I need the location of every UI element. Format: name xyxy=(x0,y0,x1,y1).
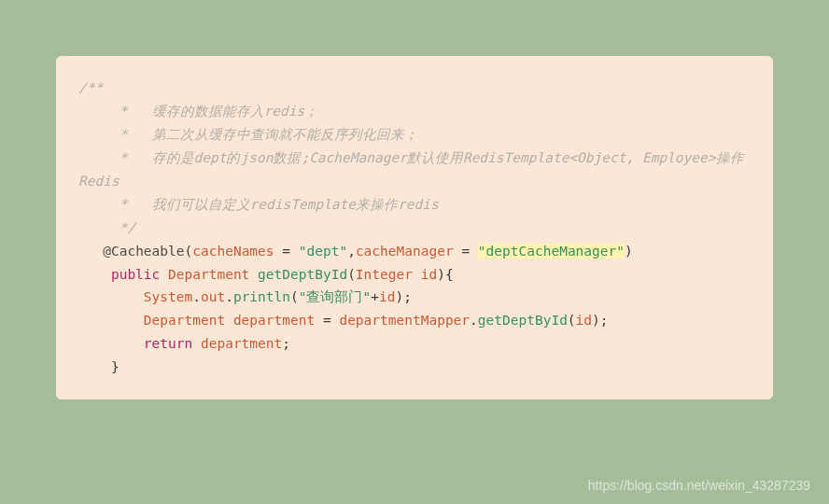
getdeptbyid-call: getDeptById xyxy=(478,313,568,328)
brace-open: { xyxy=(445,267,454,282)
mapper: departmentMapper xyxy=(339,313,470,328)
brace-close: } xyxy=(111,359,119,374)
method-indent xyxy=(78,267,111,282)
comment-line-3: * 存的是dept的json数据;CacheManager默认使用RedisTe… xyxy=(78,150,744,189)
comment-open: /** xyxy=(78,80,103,95)
comma: , xyxy=(347,244,356,259)
semi-1: ; xyxy=(403,289,412,304)
brace-close-indent xyxy=(78,359,111,374)
cachenames-attr: cacheNames xyxy=(192,244,274,259)
keyword-return: return xyxy=(144,336,192,351)
body-indent-1 xyxy=(78,289,144,304)
println-paren-close: ) xyxy=(395,289,403,304)
annotation-at: @ xyxy=(78,244,111,259)
method-name: getDeptById xyxy=(258,267,347,282)
var-name: department xyxy=(233,313,315,328)
comment-close: */ xyxy=(78,220,135,235)
cachenames-value: "dept" xyxy=(299,244,347,259)
keyword-public: public xyxy=(111,267,160,282)
method-paren-close: ) xyxy=(437,267,445,282)
paren-open: ( xyxy=(185,244,193,259)
dot-2: . xyxy=(225,289,233,304)
dot-1: . xyxy=(192,289,201,304)
print-string: "查询部门" xyxy=(299,289,371,304)
semi-3: ; xyxy=(282,336,290,351)
comment-line-4: * 我们可以自定义redisTemplate来操作redis xyxy=(78,197,439,212)
comment-line-1: * 缓存的数据能存入redis； xyxy=(78,104,318,119)
cachemanager-value: "deptCacheManager" xyxy=(478,244,625,259)
var-type: Department xyxy=(144,313,225,328)
param-name: id xyxy=(421,267,437,282)
method-paren-open: ( xyxy=(347,267,356,282)
equals-1: = xyxy=(274,244,299,259)
semi-2: ; xyxy=(600,313,609,328)
dot-3: . xyxy=(470,313,478,328)
println: println xyxy=(233,289,290,304)
comment-line-2: * 第二次从缓存中查询就不能反序列化回来； xyxy=(78,127,418,142)
body-indent-3 xyxy=(78,336,144,351)
watermark: https://blog.csdn.net/weixin_43287239 xyxy=(588,478,810,493)
assign: = xyxy=(315,313,339,328)
print-var: id xyxy=(379,289,395,304)
return-type: Department xyxy=(168,267,249,282)
out: out xyxy=(201,289,225,304)
println-paren-open: ( xyxy=(290,289,299,304)
plus: + xyxy=(371,289,379,304)
param-type: Integer xyxy=(356,267,413,282)
system: System xyxy=(144,289,192,304)
call-paren-close: ) xyxy=(592,313,600,328)
code-block: /** * 缓存的数据能存入redis； * 第二次从缓存中查询就不能反序列化回… xyxy=(56,56,773,399)
code-content: /** * 缓存的数据能存入redis； * 第二次从缓存中查询就不能反序列化回… xyxy=(78,77,751,379)
annotation-name: Cacheable xyxy=(111,244,185,259)
call-arg: id xyxy=(576,313,592,328)
call-paren-open: ( xyxy=(568,313,576,328)
equals-2: = xyxy=(454,244,478,259)
paren-close: ) xyxy=(625,244,633,259)
body-indent-2 xyxy=(78,313,144,328)
cachemanager-attr: cacheManager xyxy=(356,244,454,259)
return-var: department xyxy=(201,336,282,351)
